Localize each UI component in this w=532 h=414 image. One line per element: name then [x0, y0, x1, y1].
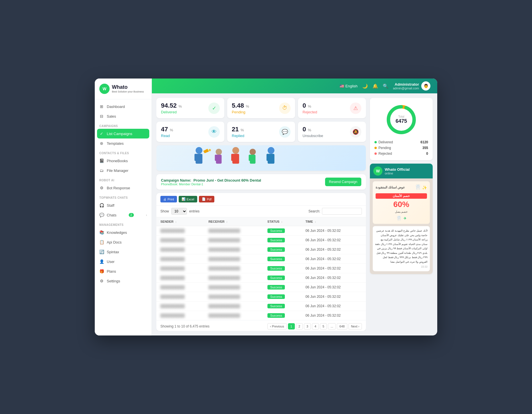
cell-receiver: █████████████ [204, 236, 263, 245]
svg-rect-8 [218, 155, 221, 161]
rejected-icon: ⚠ [350, 103, 361, 114]
sidebar-item-file-manager[interactable]: 🗂 File Manager [95, 166, 152, 175]
col-sender[interactable]: SENDER ↕ [156, 217, 204, 226]
print-button[interactable]: 🖨 Print [160, 196, 177, 202]
sidebar-item-bot-response[interactable]: ⚙ Bot Response [95, 183, 152, 193]
sidebar-item-staff[interactable]: 🎧 Staff [95, 200, 152, 210]
sidebar-item-chats[interactable]: 💬 Chats 2 › [95, 210, 152, 220]
discount-label: خصم الأسنان [376, 193, 427, 199]
read-icon: 👁 [208, 126, 220, 138]
bot-response-icon: ⚙ [99, 186, 104, 190]
stat-card-read: 47 % Read 👁 [156, 122, 224, 142]
cell-time: 06 Jun 2024 - 05:32:02 [301, 254, 366, 264]
svg-rect-20 [271, 154, 273, 161]
sidebar-logo: W Whato Best Solution your Business [95, 79, 152, 99]
cell-receiver: █████████████ [204, 273, 263, 283]
wa-avatar: W [373, 166, 382, 176]
stats-row-top: 94.52 % Delivered ✓ 5.48 % [156, 98, 366, 118]
wa-message-text: لأنك عميل خاص يطرح المهدية لك هدية عرضين… [373, 226, 430, 271]
cell-sender: ██████████ [156, 273, 204, 283]
excel-button[interactable]: 📊 Excel [179, 196, 197, 202]
table-header-row: SENDER ↕ RECEIVER ↕ STATUS ↕ [156, 217, 366, 226]
cell-sender: ██████████ [156, 264, 204, 273]
sidebar-item-templates[interactable]: ⊛ Templates [95, 138, 152, 148]
sidebar-item-sales[interactable]: ⊟ Sales [95, 111, 152, 121]
svg-rect-2 [194, 154, 197, 161]
settings-icon: ⚙ [99, 279, 104, 283]
pdf-button[interactable]: 📄 Pdf [199, 196, 215, 202]
sidebar-item-phonebooks[interactable]: 📓 PhoneBooks [95, 156, 152, 166]
col-time[interactable]: TIME ↕ [301, 217, 366, 226]
cell-sender: ██████████ [156, 311, 204, 320]
svg-rect-15 [249, 155, 251, 161]
prev-page-button[interactable]: ‹ Previous [267, 323, 287, 329]
page-1-button[interactable]: 1 [288, 323, 295, 329]
page-4-button[interactable]: 4 [312, 323, 319, 329]
center-panel: 94.52 % Delivered ✓ 5.48 % [156, 98, 366, 331]
cell-receiver: █████████████ [204, 302, 263, 311]
language-selector[interactable]: 🇺🇸 English [340, 84, 358, 88]
cell-status: Success [263, 245, 301, 254]
resend-campaign-button[interactable]: Resend Campaign [325, 178, 361, 186]
search-icon[interactable]: 🔍 [383, 83, 388, 89]
col-receiver[interactable]: RECEIVER ↕ [204, 217, 263, 226]
right-panel: Total 6475 Delivered 6120 Pending [370, 98, 433, 331]
list-campaigns-icon: ✓ [99, 131, 104, 136]
chats-arrow: › [146, 213, 147, 217]
cell-status: Success [263, 254, 301, 264]
sidebar-item-spintax[interactable]: 🔄 Spintax [95, 247, 152, 257]
star-icon: ✨ [422, 185, 427, 190]
sidebar-item-api-docs[interactable]: 📋 Api Docs [95, 237, 152, 247]
page-648-button[interactable]: 648 [337, 323, 347, 329]
avatar: 👨 [421, 81, 430, 91]
pending-icon: ⏱ [279, 103, 291, 114]
theme-toggle-icon[interactable]: 🌙 [362, 83, 368, 89]
table-row: ██████████ █████████████ Success 06 Jun … [156, 226, 366, 236]
cell-status: Success [263, 283, 301, 292]
cell-time: 06 Jun 2024 - 05:32:02 [301, 302, 366, 311]
sidebar-item-dashboard[interactable]: ⊞ Dashboard [95, 102, 152, 111]
svg-rect-16 [252, 155, 254, 161]
search-input[interactable] [322, 208, 362, 215]
entries-select[interactable]: 10 25 50 100 [171, 208, 187, 215]
table-row: ██████████ █████████████ Success 06 Jun … [156, 264, 366, 273]
page-3-button[interactable]: 3 [304, 323, 311, 329]
stat-card-replied: 21 % Replied 💬 [227, 122, 295, 142]
pagination: Showing 1 to 10 of 6,475 entries ‹ Previ… [156, 320, 366, 331]
cell-sender: ██████████ [156, 236, 204, 245]
wa-chat-body: عوض اسنانك المفقودة 🦷 ✨ خصم الأسنان 60% … [370, 178, 433, 274]
next-page-button[interactable]: Next › [348, 323, 362, 329]
sidebar-item-list-campaigns[interactable]: ✓ List Campaigns [97, 129, 149, 138]
cell-time: 06 Jun 2024 - 05:32:02 [301, 283, 366, 292]
sidebar-item-plans[interactable]: 🎁 Plans [95, 266, 152, 276]
app-frame: W Whato Best Solution your Business ⊞ Da… [95, 79, 437, 335]
donut-chart: Total 6475 [384, 103, 418, 137]
sidebar-item-user[interactable]: 👤 User [95, 257, 152, 266]
api-docs-icon: 📋 [99, 240, 104, 244]
sidebar-item-settings[interactable]: ⚙ Settings [95, 276, 152, 286]
plans-icon: 🎁 [99, 269, 104, 274]
legend-delivered: Delivered 6120 [374, 140, 428, 144]
notifications-icon[interactable]: 🔔 [372, 83, 378, 89]
svg-rect-7 [215, 155, 217, 161]
donut-center: Total 6475 [396, 115, 407, 124]
stat-card-delivered: 94.52 % Delivered ✓ [156, 98, 224, 118]
page-2-button[interactable]: 2 [296, 323, 303, 329]
stat-card-rejected: 0 % Rejected ⚠ [298, 98, 366, 118]
section-robot: ROBOT AI [95, 175, 152, 183]
page-5-button[interactable]: 5 [320, 323, 327, 329]
delivered-icon: ✓ [208, 103, 220, 114]
user-icon: 👤 [99, 259, 104, 264]
donut-card: Total 6475 Delivered 6120 Pending [370, 98, 433, 160]
page-buttons: ‹ Previous 1 2 3 4 5 ... 648 Next › [267, 323, 362, 329]
user-menu[interactable]: Administrator admin@gmail.com 👨 [393, 81, 430, 91]
cell-receiver: █████████████ [204, 311, 263, 320]
col-status[interactable]: STATUS ↕ [263, 217, 301, 226]
phonebooks-icon: 📓 [99, 158, 104, 163]
svg-rect-11 [231, 154, 234, 161]
section-contacts: CONTACTS & FILES [95, 148, 152, 156]
legend-rejected-dot [374, 152, 377, 155]
sidebar-nav: ⊞ Dashboard ⊟ Sales CAMPAIGNS ✓ List Cam… [95, 99, 152, 335]
excel-icon: 📊 [182, 197, 186, 201]
sidebar-item-knowledges[interactable]: 📚 Knowledges [95, 228, 152, 237]
